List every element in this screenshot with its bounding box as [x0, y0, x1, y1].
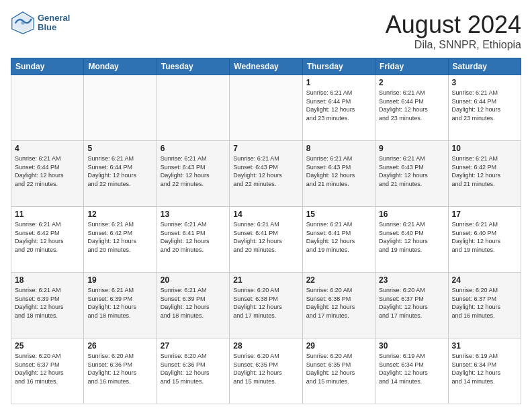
- day-number: 21: [233, 275, 298, 285]
- day-info: Sunrise: 6:21 AM Sunset: 6:44 PM Dayligh…: [87, 154, 152, 188]
- day-info: Sunrise: 6:20 AM Sunset: 6:37 PM Dayligh…: [15, 352, 80, 385]
- day-info: Sunrise: 6:21 AM Sunset: 6:44 PM Dayligh…: [306, 89, 371, 122]
- day-info: Sunrise: 6:21 AM Sunset: 6:40 PM Dayligh…: [452, 220, 517, 254]
- day-cell: 4Sunrise: 6:21 AM Sunset: 6:44 PM Daylig…: [11, 141, 84, 207]
- day-info: Sunrise: 6:20 AM Sunset: 6:38 PM Dayligh…: [306, 286, 371, 320]
- day-number: 10: [452, 144, 517, 153]
- day-cell: [84, 75, 157, 141]
- day-cell: 11Sunrise: 6:21 AM Sunset: 6:42 PM Dayli…: [11, 207, 84, 273]
- day-number: 26: [87, 341, 152, 351]
- day-number: 1: [306, 78, 371, 87]
- day-cell: 24Sunrise: 6:20 AM Sunset: 6:37 PM Dayli…: [448, 273, 521, 338]
- day-info: Sunrise: 6:21 AM Sunset: 6:43 PM Dayligh…: [161, 154, 226, 188]
- day-cell: 19Sunrise: 6:21 AM Sunset: 6:39 PM Dayli…: [84, 273, 157, 338]
- day-number: 2: [379, 78, 444, 87]
- day-number: 5: [87, 144, 152, 153]
- day-cell: 6Sunrise: 6:21 AM Sunset: 6:43 PM Daylig…: [157, 141, 229, 207]
- day-header-saturday: Saturday: [448, 58, 521, 75]
- day-info: Sunrise: 6:21 AM Sunset: 6:41 PM Dayligh…: [306, 220, 371, 254]
- page: General Blue August 2024 Dila, SNNPR, Et…: [0, 0, 532, 411]
- day-number: 19: [87, 275, 152, 285]
- day-info: Sunrise: 6:20 AM Sunset: 6:35 PM Dayligh…: [233, 352, 298, 385]
- day-header-thursday: Thursday: [302, 58, 375, 75]
- header-row: SundayMondayTuesdayWednesdayThursdayFrid…: [11, 58, 521, 75]
- day-info: Sunrise: 6:20 AM Sunset: 6:38 PM Dayligh…: [233, 286, 298, 320]
- day-cell: 2Sunrise: 6:21 AM Sunset: 6:44 PM Daylig…: [375, 75, 448, 141]
- day-info: Sunrise: 6:19 AM Sunset: 6:34 PM Dayligh…: [452, 352, 517, 385]
- day-cell: 31Sunrise: 6:19 AM Sunset: 6:34 PM Dayli…: [448, 338, 521, 404]
- day-cell: 28Sunrise: 6:20 AM Sunset: 6:35 PM Dayli…: [230, 338, 302, 404]
- header: General Blue August 2024 Dila, SNNPR, Et…: [11, 11, 521, 51]
- day-cell: 16Sunrise: 6:21 AM Sunset: 6:40 PM Dayli…: [375, 207, 448, 273]
- day-cell: [157, 75, 229, 141]
- day-cell: 22Sunrise: 6:20 AM Sunset: 6:38 PM Dayli…: [302, 273, 375, 338]
- day-header-tuesday: Tuesday: [157, 58, 229, 75]
- day-info: Sunrise: 6:21 AM Sunset: 6:42 PM Dayligh…: [452, 154, 517, 188]
- svg-point-2: [21, 21, 24, 24]
- day-info: Sunrise: 6:21 AM Sunset: 6:44 PM Dayligh…: [452, 89, 517, 122]
- day-header-monday: Monday: [84, 58, 157, 75]
- day-info: Sunrise: 6:19 AM Sunset: 6:34 PM Dayligh…: [379, 352, 444, 385]
- day-number: 30: [379, 341, 444, 351]
- day-number: 13: [161, 210, 226, 219]
- day-cell: 21Sunrise: 6:20 AM Sunset: 6:38 PM Dayli…: [230, 273, 302, 338]
- day-cell: 10Sunrise: 6:21 AM Sunset: 6:42 PM Dayli…: [448, 141, 521, 207]
- day-cell: 15Sunrise: 6:21 AM Sunset: 6:41 PM Dayli…: [302, 207, 375, 273]
- day-cell: 27Sunrise: 6:20 AM Sunset: 6:36 PM Dayli…: [157, 338, 229, 404]
- day-info: Sunrise: 6:21 AM Sunset: 6:43 PM Dayligh…: [233, 154, 298, 188]
- day-info: Sunrise: 6:20 AM Sunset: 6:36 PM Dayligh…: [161, 352, 226, 385]
- day-number: 4: [15, 144, 80, 153]
- day-number: 14: [233, 210, 298, 219]
- day-info: Sunrise: 6:21 AM Sunset: 6:40 PM Dayligh…: [379, 220, 444, 254]
- day-number: 12: [87, 210, 152, 219]
- day-cell: 3Sunrise: 6:21 AM Sunset: 6:44 PM Daylig…: [448, 75, 521, 141]
- day-info: Sunrise: 6:21 AM Sunset: 6:43 PM Dayligh…: [306, 154, 371, 188]
- week-row-3: 18Sunrise: 6:21 AM Sunset: 6:39 PM Dayli…: [11, 273, 521, 338]
- day-info: Sunrise: 6:21 AM Sunset: 6:39 PM Dayligh…: [87, 286, 152, 320]
- day-cell: 29Sunrise: 6:20 AM Sunset: 6:35 PM Dayli…: [302, 338, 375, 404]
- day-number: 18: [15, 275, 80, 285]
- day-cell: 25Sunrise: 6:20 AM Sunset: 6:37 PM Dayli…: [11, 338, 84, 404]
- day-info: Sunrise: 6:21 AM Sunset: 6:42 PM Dayligh…: [15, 220, 80, 254]
- day-info: Sunrise: 6:21 AM Sunset: 6:41 PM Dayligh…: [161, 220, 226, 254]
- day-cell: 8Sunrise: 6:21 AM Sunset: 6:43 PM Daylig…: [302, 141, 375, 207]
- day-cell: 1Sunrise: 6:21 AM Sunset: 6:44 PM Daylig…: [302, 75, 375, 141]
- week-row-4: 25Sunrise: 6:20 AM Sunset: 6:37 PM Dayli…: [11, 338, 521, 404]
- day-header-sunday: Sunday: [11, 58, 84, 75]
- day-number: 31: [452, 341, 517, 351]
- day-number: 11: [15, 210, 80, 219]
- week-row-2: 11Sunrise: 6:21 AM Sunset: 6:42 PM Dayli…: [11, 207, 521, 273]
- day-info: Sunrise: 6:21 AM Sunset: 6:42 PM Dayligh…: [87, 220, 152, 254]
- day-number: 22: [306, 275, 371, 285]
- day-cell: 18Sunrise: 6:21 AM Sunset: 6:39 PM Dayli…: [11, 273, 84, 338]
- day-number: 3: [452, 78, 517, 87]
- week-row-0: 1Sunrise: 6:21 AM Sunset: 6:44 PM Daylig…: [11, 75, 521, 141]
- logo-line2: Blue: [38, 23, 70, 32]
- day-info: Sunrise: 6:21 AM Sunset: 6:39 PM Dayligh…: [161, 286, 226, 320]
- week-row-1: 4Sunrise: 6:21 AM Sunset: 6:44 PM Daylig…: [11, 141, 521, 207]
- day-info: Sunrise: 6:20 AM Sunset: 6:35 PM Dayligh…: [306, 352, 371, 385]
- day-number: 16: [379, 210, 444, 219]
- logo-line1: General: [38, 13, 70, 23]
- day-cell: 26Sunrise: 6:20 AM Sunset: 6:36 PM Dayli…: [84, 338, 157, 404]
- day-cell: [11, 75, 84, 141]
- day-cell: 5Sunrise: 6:21 AM Sunset: 6:44 PM Daylig…: [84, 141, 157, 207]
- day-number: 15: [306, 210, 371, 219]
- day-info: Sunrise: 6:21 AM Sunset: 6:43 PM Dayligh…: [379, 154, 444, 188]
- day-number: 6: [161, 144, 226, 153]
- day-info: Sunrise: 6:21 AM Sunset: 6:41 PM Dayligh…: [233, 220, 298, 254]
- day-number: 29: [306, 341, 371, 351]
- calendar-table: SundayMondayTuesdayWednesdayThursdayFrid…: [11, 58, 521, 404]
- day-info: Sunrise: 6:20 AM Sunset: 6:36 PM Dayligh…: [87, 352, 152, 385]
- calendar-title: August 2024: [386, 11, 521, 39]
- day-number: 9: [379, 144, 444, 153]
- day-number: 8: [306, 144, 371, 153]
- day-cell: 23Sunrise: 6:20 AM Sunset: 6:37 PM Dayli…: [375, 273, 448, 338]
- day-number: 17: [452, 210, 517, 219]
- logo-icon: [11, 11, 35, 35]
- day-info: Sunrise: 6:21 AM Sunset: 6:44 PM Dayligh…: [15, 154, 80, 188]
- day-number: 23: [379, 275, 444, 285]
- day-number: 24: [452, 275, 517, 285]
- title-block: August 2024 Dila, SNNPR, Ethiopia: [386, 11, 521, 51]
- day-header-wednesday: Wednesday: [230, 58, 302, 75]
